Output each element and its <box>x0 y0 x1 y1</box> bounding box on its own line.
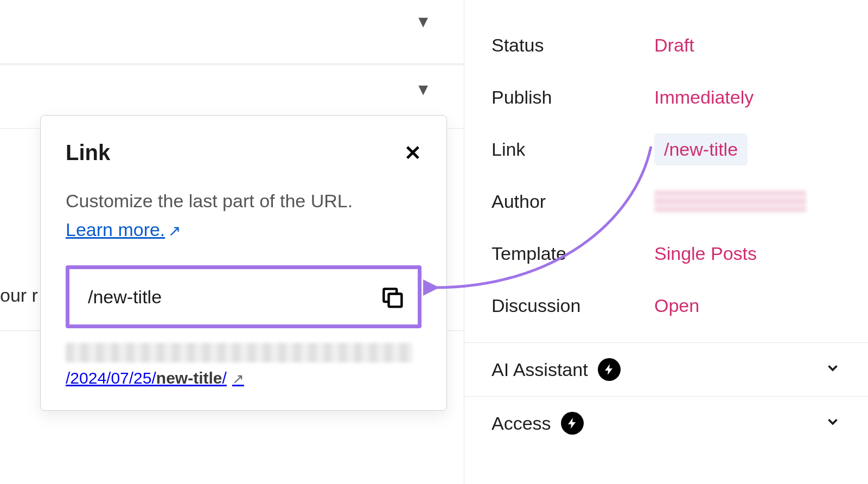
summary-label: Discussion <box>492 295 654 316</box>
permalink-prefix: /2024/07/25/ <box>66 369 156 387</box>
svg-rect-1 <box>389 294 402 307</box>
learn-more-text: Learn more. <box>66 219 165 240</box>
editor-block-row[interactable]: ▼ <box>0 0 464 64</box>
permalink-slug: new-title <box>156 369 222 387</box>
popover-description: Customize the last part of the URL. Lear… <box>66 187 422 244</box>
external-link-icon: ↗ <box>232 371 244 387</box>
bolt-icon <box>561 412 584 435</box>
summary-label: Link <box>492 139 654 160</box>
summary-row-discussion[interactable]: Discussion Open <box>492 279 841 332</box>
copy-button[interactable] <box>380 285 404 309</box>
summary-label: Publish <box>492 87 654 108</box>
summary-value: Open <box>654 295 699 316</box>
external-link-icon: ↗ <box>168 219 181 243</box>
popover-title: Link <box>66 141 110 165</box>
learn-more-link[interactable]: Learn more. <box>66 219 165 240</box>
summary-label: Author <box>492 191 654 212</box>
panel-ai-assistant[interactable]: AI Assistant <box>464 342 868 396</box>
copy-icon <box>380 285 404 309</box>
summary-row-status[interactable]: Status Draft <box>492 19 841 71</box>
link-popover: Link ✕ Customize the last part of the UR… <box>40 115 447 411</box>
summary-row-template[interactable]: Template Single Posts <box>492 227 841 279</box>
panel-title: AI Assistant <box>492 359 588 380</box>
chevron-down-icon <box>825 413 841 434</box>
summary-value: Single Posts <box>654 243 757 264</box>
editor-partial-text: our r <box>0 285 38 306</box>
panel-title: Access <box>492 413 551 434</box>
full-url-preview: /2024/07/25/new-title/↗ <box>66 342 422 387</box>
chevron-down-icon <box>825 360 841 380</box>
summary-row-author[interactable]: Author <box>492 175 841 227</box>
permalink-link[interactable]: /2024/07/25/new-title/↗ <box>66 369 422 387</box>
permalink-suffix: / <box>222 369 227 387</box>
summary-value: /new-title <box>654 133 748 165</box>
panel-access[interactable]: Access <box>464 396 868 450</box>
url-domain-redacted <box>66 343 413 362</box>
post-summary-panel: Status Draft Publish Immediately Link /n… <box>464 0 868 342</box>
summary-row-link[interactable]: Link /new-title <box>492 123 841 175</box>
summary-row-publish[interactable]: Publish Immediately <box>492 71 841 123</box>
close-button[interactable]: ✕ <box>404 143 422 163</box>
summary-value: Immediately <box>654 87 754 108</box>
summary-value: Draft <box>654 35 694 56</box>
chevron-down-icon: ▼ <box>415 12 431 31</box>
summary-label: Template <box>492 243 654 264</box>
close-icon: ✕ <box>404 142 422 164</box>
post-settings-sidebar: Status Draft Publish Immediately Link /n… <box>464 0 868 484</box>
chevron-down-icon: ▼ <box>415 80 431 99</box>
slug-input-wrapper <box>66 265 422 328</box>
popover-description-text: Customize the last part of the URL. <box>66 190 353 211</box>
bolt-icon <box>598 358 621 381</box>
slug-input[interactable] <box>88 286 341 308</box>
summary-label: Status <box>492 35 654 56</box>
author-redacted <box>654 190 806 212</box>
